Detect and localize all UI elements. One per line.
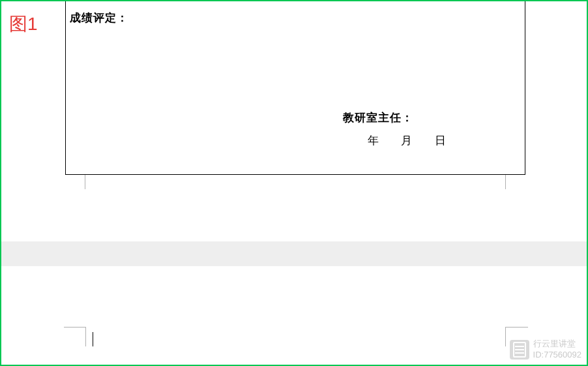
- page-gap: [1, 241, 587, 266]
- date-day: 日: [435, 133, 447, 148]
- figure-label: 图1: [9, 12, 38, 37]
- date-month: 月: [401, 133, 413, 148]
- text-cursor: [93, 332, 93, 346]
- page-margin-marker: [64, 327, 86, 328]
- date-line: 年 月 日: [368, 133, 447, 148]
- form-box: 成绩评定： 教研室主任： 年 月 日: [65, 1, 525, 175]
- watermark-id: ID:77560092: [533, 350, 581, 361]
- watermark: 行云里讲堂 ID:77560092: [510, 339, 581, 361]
- page-margin-marker: [85, 175, 85, 189]
- date-year: 年: [368, 133, 379, 148]
- page-margin-marker: [505, 175, 506, 189]
- page-margin-marker: [506, 327, 528, 328]
- watermark-text: 行云里讲堂 ID:77560092: [533, 339, 581, 361]
- page-margin-marker: [85, 327, 86, 346]
- page-2: [1, 266, 587, 365]
- dept-head-label: 教研室主任：: [343, 110, 413, 125]
- watermark-icon: [510, 340, 529, 359]
- watermark-brand: 行云里讲堂: [533, 339, 581, 350]
- page-margin-marker: [505, 327, 506, 346]
- grade-assessment-label: 成绩评定：: [70, 10, 128, 25]
